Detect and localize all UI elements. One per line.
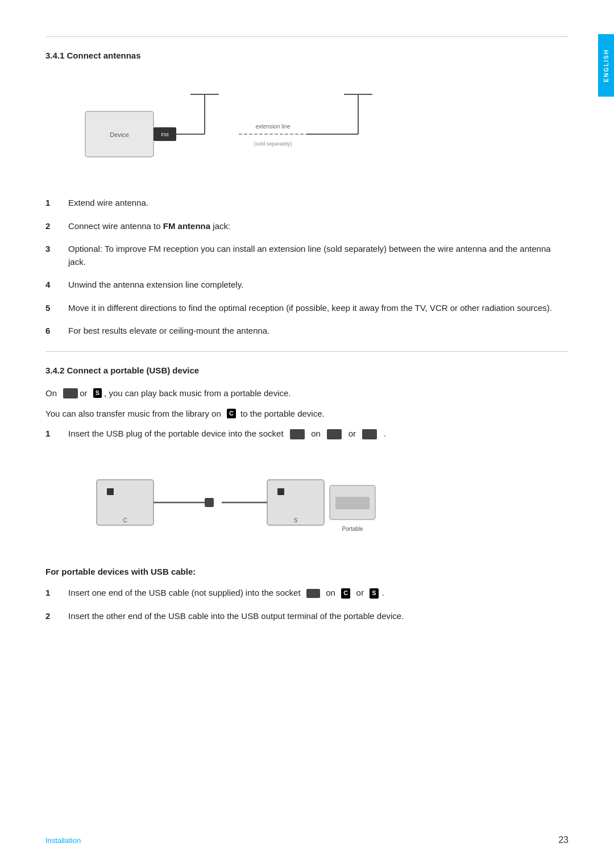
language-label: ENGLISH — [603, 49, 609, 82]
top-divider — [45, 36, 569, 37]
usb-step1-before: Insert one end of the USB cable (not sup… — [68, 588, 301, 597]
svg-text:FM: FM — [161, 132, 169, 138]
step-text-before: Connect wire antenna to — [68, 221, 163, 231]
antenna-svg: Device FM extension line (sold separatel… — [80, 77, 398, 180]
para1-after: , you can play back music from a portabl… — [104, 387, 291, 400]
svg-rect-23 — [335, 497, 370, 509]
step-341-3: 3 Optional: To improve FM reception you … — [45, 243, 569, 268]
section-341-title: 3.4.1 Connect antennas — [45, 51, 569, 60]
section-342: 3.4.2 Connect a portable (USB) device On… — [45, 366, 569, 623]
svg-text:S: S — [294, 517, 298, 524]
para-342-1: On or S , you can play back music from a… — [45, 387, 569, 400]
step-number: 3 — [45, 243, 68, 256]
step-text-after: jack: — [210, 221, 230, 231]
step-text: Insert the other end of the USB cable in… — [68, 610, 569, 623]
usb-step1-on: on — [326, 588, 335, 597]
usb-step1-end: . — [382, 588, 384, 597]
section-341: 3.4.1 Connect antennas Device FM extensi… — [45, 51, 569, 338]
usb-steps: 1 Insert one end of the USB cable (not s… — [45, 587, 569, 622]
step-number: 2 — [45, 610, 68, 623]
svg-text:Portable: Portable — [342, 526, 363, 532]
mid-divider — [45, 351, 569, 352]
svg-rect-17 — [205, 498, 214, 507]
antenna-diagram: Device FM extension line (sold separatel… — [68, 72, 409, 185]
step-text: Extend wire antenna. — [68, 197, 569, 210]
footer: Installation 23 — [45, 835, 569, 845]
section-341-steps: 1 Extend wire antenna. 2 Connect wire an… — [45, 197, 569, 338]
step-number: 2 — [45, 220, 68, 233]
para1-before: On — [45, 387, 57, 400]
step-number: 5 — [45, 302, 68, 315]
para2-before: You can also transfer music from the lib… — [45, 407, 221, 421]
language-tab: ENGLISH — [598, 34, 614, 97]
usb-svg: C S Portable — [91, 457, 387, 548]
step-number: 1 — [45, 427, 68, 441]
usb-step1-or: or — [356, 588, 364, 597]
section-342-steps: 1 Insert the USB plug of the portable de… — [45, 427, 569, 441]
icon-s: S — [93, 388, 102, 398]
step-341-2: 2 Connect wire antenna to FM antenna jac… — [45, 220, 569, 233]
step-text: Connect wire antenna to FM antenna jack: — [68, 220, 569, 233]
step-text: Unwind the antenna extension line comple… — [68, 279, 569, 292]
para2-after: to the portable device. — [240, 407, 325, 421]
svg-text:C: C — [123, 517, 127, 524]
para-342-2: You can also transfer music from the lib… — [45, 407, 569, 421]
step-text: Move it in different directions to find … — [68, 302, 569, 315]
usb-section-title: For portable devices with USB cable: — [45, 565, 569, 579]
step-text: Insert the USB plug of the portable devi… — [68, 427, 569, 441]
icon-c: C — [227, 409, 236, 418]
device-icon-s — [362, 429, 377, 439]
step1-mid: on — [311, 429, 321, 438]
socket-icon-2 — [306, 589, 320, 598]
step-341-1: 1 Extend wire antenna. — [45, 197, 569, 210]
svg-text:Device: Device — [110, 131, 129, 138]
step1-end: . — [384, 429, 386, 438]
step-342-1: 1 Insert the USB plug of the portable de… — [45, 427, 569, 441]
step-text: Insert one end of the USB cable (not sup… — [68, 587, 569, 600]
step-text: For best results elevate or ceiling-moun… — [68, 325, 569, 338]
usb-diagram: C S Portable — [68, 451, 409, 554]
step-number: 1 — [45, 197, 68, 210]
step-341-5: 5 Move it in different directions to fin… — [45, 302, 569, 315]
step-bold: FM antenna — [163, 221, 210, 231]
device-icon-c2 — [327, 429, 342, 439]
svg-text:extension line: extension line — [255, 123, 291, 130]
step-341-4: 4 Unwind the antenna extension line comp… — [45, 279, 569, 292]
svg-rect-14 — [107, 488, 114, 495]
step-number: 1 — [45, 587, 68, 600]
page-container: ENGLISH 3.4.1 Connect antennas Device FM… — [0, 0, 614, 868]
icon-c-usb: C — [341, 588, 350, 598]
step-number: 6 — [45, 325, 68, 338]
step1-or: or — [349, 429, 356, 438]
step-text: Optional: To improve FM reception you ca… — [68, 243, 569, 268]
usb-cable-section: For portable devices with USB cable: 1 I… — [45, 565, 569, 622]
para1-or: or — [80, 387, 87, 400]
usb-step-2: 2 Insert the other end of the USB cable … — [45, 610, 569, 623]
svg-rect-19 — [277, 488, 284, 495]
device-icon-c — [63, 388, 78, 398]
svg-text:(sold separately): (sold separately) — [254, 141, 292, 147]
step-number: 4 — [45, 279, 68, 292]
icon-s-usb: S — [370, 588, 378, 598]
usb-step-1: 1 Insert one end of the USB cable (not s… — [45, 587, 569, 600]
step-341-6: 6 For best results elevate or ceiling-mo… — [45, 325, 569, 338]
step1-before: Insert the USB plug of the portable devi… — [68, 429, 284, 438]
socket-icon — [290, 429, 305, 439]
footer-right: 23 — [558, 835, 569, 845]
footer-left: Installation — [45, 836, 81, 845]
section-342-title: 3.4.2 Connect a portable (USB) device — [45, 366, 569, 375]
